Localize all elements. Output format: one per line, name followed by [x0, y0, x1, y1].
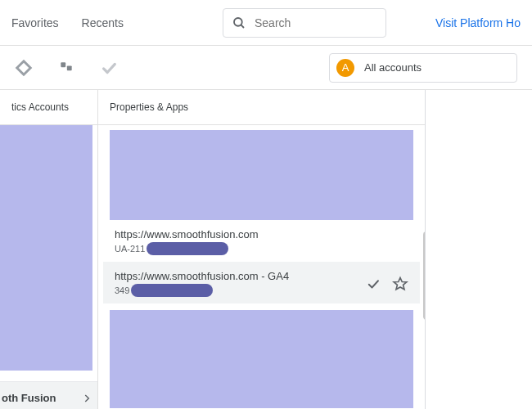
svg-marker-4: [394, 277, 407, 289]
all-accounts-label: All accounts: [364, 61, 422, 74]
properties-column-header: Properties & Apps: [98, 90, 425, 125]
topbar: Favorites Recents Visit Platform Ho: [0, 0, 532, 46]
all-accounts-selector[interactable]: A All accounts: [329, 53, 517, 83]
properties-column: Properties & Apps https://www.smoothfusi…: [98, 90, 426, 409]
checkmark-icon: [366, 276, 381, 291]
svg-rect-3: [67, 65, 72, 70]
search-icon: [232, 16, 246, 30]
accounts-column-header: tics Accounts: [0, 90, 97, 125]
redacted-block: [0, 125, 92, 371]
redacted-block: [110, 130, 413, 220]
diamond-icon[interactable]: [15, 59, 33, 77]
property-title: https://www.smoothfusion.com - GA4: [115, 270, 289, 282]
svg-point-0: [234, 18, 242, 26]
property-title: https://www.smoothfusion.com: [115, 228, 408, 240]
search-input[interactable]: [253, 16, 377, 30]
checkmark-icon[interactable]: [100, 59, 118, 77]
tab-favorites[interactable]: Favorites: [11, 16, 59, 29]
search-box[interactable]: [223, 8, 386, 38]
account-item-selected[interactable]: oth Fusion: [0, 381, 97, 409]
property-id-prefix: UA-211: [115, 244, 145, 254]
svg-line-1: [241, 25, 244, 28]
scrollbar[interactable]: [423, 231, 425, 320]
property-id-prefix: 349: [115, 285, 129, 295]
redacted-id: [131, 284, 213, 297]
properties-list[interactable]: https://www.smoothfusion.com UA-211 http…: [98, 125, 425, 409]
tab-recents[interactable]: Recents: [82, 16, 124, 29]
redacted-block: [110, 310, 413, 408]
columns: tics Accounts oth Fusion Properties & Ap…: [0, 90, 532, 409]
visit-platform-link[interactable]: Visit Platform Ho: [435, 16, 521, 29]
account-badge-icon: A: [336, 59, 354, 77]
chevron-right-icon: [81, 393, 92, 404]
svg-rect-2: [61, 62, 65, 67]
star-icon[interactable]: [392, 276, 408, 292]
top-tabs: Favorites Recents: [11, 16, 124, 29]
redacted-id: [147, 242, 228, 255]
accounts-column: tics Accounts oth Fusion: [0, 90, 98, 409]
account-item-label: oth Fusion: [2, 392, 56, 404]
property-item[interactable]: https://www.smoothfusion.com UA-211: [103, 220, 420, 262]
property-item-selected[interactable]: https://www.smoothfusion.com - GA4 349: [103, 262, 420, 303]
iconbar: A All accounts: [0, 46, 532, 90]
puzzle-icon[interactable]: [57, 59, 75, 77]
accounts-list: oth Fusion: [0, 125, 97, 409]
